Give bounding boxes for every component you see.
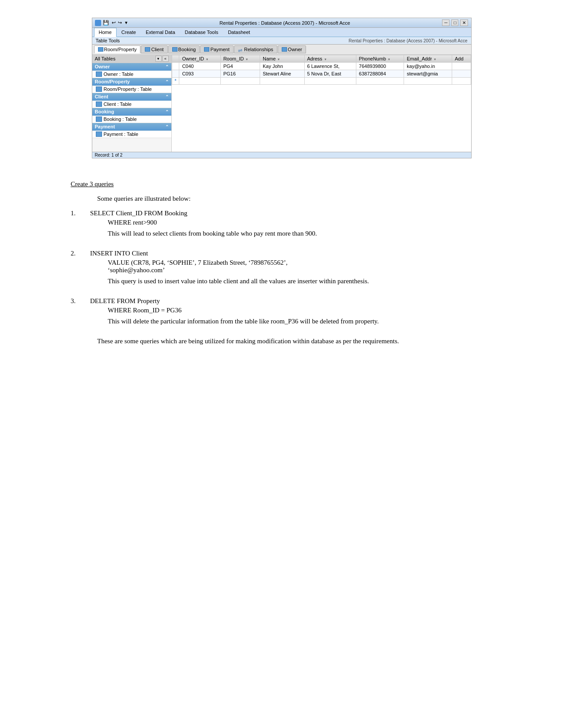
adress-sort[interactable]: ▾ — [325, 57, 326, 61]
query-1-num: 1. — [71, 210, 81, 217]
row-2-name[interactable]: Stewart Aline — [260, 70, 304, 78]
nav-filter-btn[interactable]: ▾ — [155, 56, 162, 62]
nav-item-room-property-table[interactable]: Room/Property : Table — [92, 86, 171, 93]
owner-tab-label: Owner — [288, 47, 302, 52]
row-2-phone[interactable]: 6387288084 — [356, 70, 404, 78]
room-property-collapse-icon[interactable]: ⌃ — [165, 79, 169, 84]
email-sort[interactable]: ▾ — [434, 57, 436, 61]
data-table: Owner_ID ▾ Room_ID ▾ Name ▾ Adress — [172, 55, 471, 85]
redo-icon-btn[interactable]: ↪ — [118, 20, 122, 25]
row-1-phone[interactable]: 7648939800 — [356, 63, 404, 70]
query-2-header: 2. INSERT INTO Client — [71, 250, 510, 257]
nav-group-owner[interactable]: Owner ⌃ — [92, 63, 171, 71]
client-collapse-icon[interactable]: ⌃ — [165, 94, 169, 99]
col-owner-id[interactable]: Owner_ID ▾ — [179, 55, 220, 63]
tab-datasheet[interactable]: Datasheet — [223, 28, 255, 37]
nav-item-payment-table[interactable]: Payment : Table — [92, 131, 171, 138]
nav-collapse-btn[interactable]: « — [162, 56, 169, 62]
col-phone[interactable]: PhoneNumb ▾ — [356, 55, 404, 63]
data-panel[interactable]: Owner_ID ▾ Room_ID ▾ Name ▾ Adress — [172, 55, 471, 152]
row-1-email[interactable]: kay@yaho.in — [404, 63, 452, 70]
row-2-extra[interactable] — [452, 70, 471, 78]
row-2-room-id[interactable]: PG16 — [220, 70, 260, 78]
client-group-label: Client — [95, 94, 109, 99]
new-row-extra[interactable] — [452, 78, 471, 85]
owner-tab-icon — [282, 47, 287, 52]
nav-panel-header: All Tables ▾ « — [92, 55, 171, 63]
new-row-owner-id[interactable] — [179, 78, 220, 85]
nav-item-owner-table[interactable]: Owner : Table — [92, 71, 171, 78]
ribbon-tabs: Home Create External Data Database Tools… — [92, 28, 471, 37]
tab-create[interactable]: Create — [117, 28, 141, 37]
col-email[interactable]: Email_Addr ▾ — [404, 55, 452, 63]
query-1-sql-line2: WHERE rent>900 — [108, 219, 510, 226]
tab-database-tools[interactable]: Database Tools — [180, 28, 223, 37]
row-1-selector — [172, 63, 179, 70]
query-2-num: 2. — [71, 250, 81, 257]
access-window: 💾 ↩ ↪ ▾ Rental Properties : Database (Ac… — [92, 18, 472, 158]
new-row-phone[interactable] — [356, 78, 404, 85]
nav-tab-relationships[interactable]: ⇌ Relationships — [234, 45, 277, 53]
nav-tab-room-property[interactable]: Room/Property — [94, 45, 141, 53]
nav-group-client[interactable]: Client ⌃ — [92, 93, 171, 101]
row-1-name[interactable]: Kay John — [260, 63, 304, 70]
row-1-extra[interactable] — [452, 63, 471, 70]
nav-tab-payment[interactable]: Payment — [200, 45, 233, 53]
undo-icon-btn[interactable]: ↩ — [112, 20, 116, 25]
app-icon — [95, 20, 101, 26]
close-btn[interactable]: ✕ — [460, 19, 468, 26]
nav-panel: All Tables ▾ « Owner ⌃ Owner : Table Roo… — [92, 55, 172, 152]
row-2-adress[interactable]: 5 Nova Dr, East — [304, 70, 356, 78]
client-table-label: Client : Table — [104, 101, 132, 107]
new-row-selector: * — [172, 78, 179, 85]
name-sort[interactable]: ▾ — [278, 57, 280, 61]
nav-tab-booking[interactable]: Booking — [168, 45, 200, 53]
nav-tab-client[interactable]: Client — [141, 45, 167, 53]
row-1-owner-id[interactable]: C040 — [179, 63, 220, 70]
row-1-adress[interactable]: 6 Lawrence St, — [304, 63, 356, 70]
tab-external-data[interactable]: External Data — [141, 28, 180, 37]
nav-group-room-property[interactable]: Room/Property ⌃ — [92, 78, 171, 86]
nav-tab-owner[interactable]: Owner — [278, 45, 306, 53]
booking-collapse-icon[interactable]: ⌃ — [165, 109, 169, 114]
query-2-sql-line1: INSERT INTO Client — [90, 250, 148, 257]
col-add[interactable]: Add — [452, 55, 471, 63]
minimize-btn[interactable]: ─ — [442, 19, 450, 26]
save-icon-btn[interactable]: 💾 — [103, 20, 109, 25]
status-bar: Record: 1 of 2 — [92, 152, 471, 158]
row-1-room-id[interactable]: PG4 — [220, 63, 260, 70]
col-adress[interactable]: Adress ▾ — [304, 55, 356, 63]
query-1: 1. SELECT Client_ID FROM Booking WHERE r… — [71, 210, 510, 237]
payment-tab-icon — [204, 47, 209, 52]
tab-home[interactable]: Home — [94, 28, 117, 37]
query-1-sql-line1: SELECT Client_ID FROM Booking — [90, 210, 187, 217]
room-id-sort[interactable]: ▾ — [246, 57, 248, 61]
nav-group-booking[interactable]: Booking ⌃ — [92, 108, 171, 116]
nav-item-client-table[interactable]: Client : Table — [92, 101, 171, 108]
new-row-room-id[interactable] — [220, 78, 260, 85]
phone-sort[interactable]: ▾ — [388, 57, 390, 61]
room-property-tab-icon — [98, 47, 103, 52]
row-2-owner-id[interactable]: C093 — [179, 70, 220, 78]
col-selector — [172, 55, 179, 63]
query-3-sql-line1: DELETE FROM Property — [90, 297, 160, 305]
new-row-email[interactable] — [404, 78, 452, 85]
col-room-id[interactable]: Room_ID ▾ — [220, 55, 260, 63]
owner-id-sort[interactable]: ▾ — [206, 57, 208, 61]
nav-group-payment[interactable]: Payment ⌃ — [92, 123, 171, 131]
window-controls: ─ □ ✕ — [442, 19, 468, 26]
client-tab-icon — [145, 47, 150, 52]
dropdown-btn[interactable]: ▾ — [125, 20, 128, 25]
nav-item-booking-table[interactable]: Booking : Table — [92, 116, 171, 123]
col-name[interactable]: Name ▾ — [260, 55, 304, 63]
new-row-name[interactable] — [260, 78, 304, 85]
query-3-sql-line2: WHERE Room_ID = PG36 — [108, 307, 510, 314]
client-table-icon — [96, 101, 102, 107]
relationships-tab-label: Relationships — [244, 47, 273, 52]
payment-collapse-icon[interactable]: ⌃ — [165, 124, 169, 129]
query-1-desc: This will lead to select clients from bo… — [108, 230, 510, 237]
new-row-adress[interactable] — [304, 78, 356, 85]
row-2-email[interactable]: stewart@gmia — [404, 70, 452, 78]
maximize-btn[interactable]: □ — [451, 19, 458, 26]
owner-collapse-icon[interactable]: ⌃ — [165, 64, 169, 69]
